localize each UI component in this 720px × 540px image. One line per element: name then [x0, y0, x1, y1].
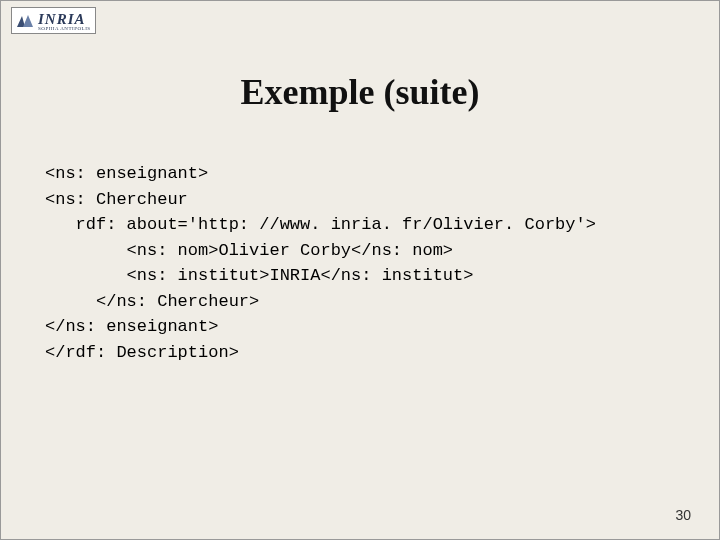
code-line: </ns: Chercheur>	[45, 292, 259, 311]
slide-title: Exemple (suite)	[1, 71, 719, 113]
code-line: <ns: nom>Olivier Corby</ns: nom>	[45, 241, 453, 260]
code-line: </ns: enseignant>	[45, 317, 218, 336]
code-line: <ns: enseignant>	[45, 164, 208, 183]
inria-logo-text: INRIA	[38, 11, 86, 27]
page-number: 30	[675, 507, 691, 523]
inria-logo-text-block: INRIA SOPHIA ANTIPOLIS	[38, 10, 91, 31]
code-block: <ns: enseignant> <ns: Chercheur rdf: abo…	[45, 161, 675, 365]
code-line: <ns: institut>INRIA</ns: institut>	[45, 266, 473, 285]
inria-logo: INRIA SOPHIA ANTIPOLIS	[11, 7, 96, 34]
code-line: rdf: about='http: //www. inria. fr/Olivi…	[45, 215, 596, 234]
code-line: <ns: Chercheur	[45, 190, 188, 209]
inria-logo-mark	[16, 14, 34, 28]
inria-logo-subtitle: SOPHIA ANTIPOLIS	[38, 26, 91, 31]
code-line: </rdf: Description>	[45, 343, 239, 362]
